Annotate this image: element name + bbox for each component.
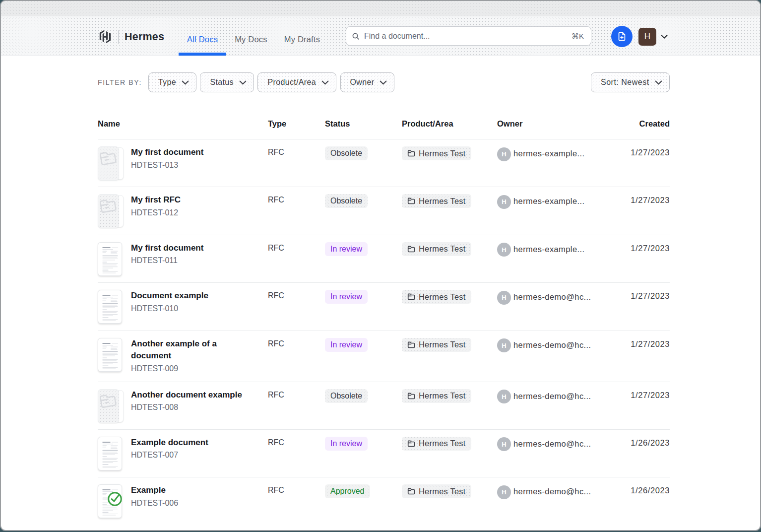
document-title[interactable]: My first RFC [131,194,181,206]
document-number: HDTEST-006 [131,498,178,508]
filter-label: Status [210,78,233,87]
document-type: RFC [268,148,284,156]
table-row[interactable]: My first document HDTEST-011 RFC In revi… [98,235,670,283]
tab-all-docs[interactable]: All Docs [179,16,226,56]
type-cell: RFC [268,389,325,401]
product-cell: Hermes Test [402,242,497,256]
document-title[interactable]: Example [131,484,178,497]
document-number: HDTEST-008 [131,402,242,412]
product-badge: Hermes Test [402,484,471,498]
table-header-row: NameTypeStatusProduct/AreaOwnerCreated [98,119,670,139]
file-plus-icon [617,31,627,42]
owner-avatar: H [497,195,511,209]
name-cell: My first RFC HDTEST-012 [98,194,268,229]
name-cell: Example document HDTEST-007 [98,437,268,471]
column-header-owner: Owner [497,119,610,129]
name-cell: My first document HDTEST-011 [98,242,268,277]
document-type: RFC [268,291,284,300]
table-row[interactable]: Document example HDTEST-010 RFC In revie… [98,283,670,331]
name-cell: Another document example HDTEST-008 [98,389,268,424]
product-name: Hermes Test [419,149,466,158]
owner-email: hermes-example... [513,147,584,160]
status-cell: In review [325,437,402,451]
owner-avatar: H [497,338,511,352]
window-titlebar [1,1,760,16]
document-title[interactable]: My first document [131,146,203,159]
column-header-created: Created [610,119,670,129]
type-cell: RFC [268,338,325,350]
type-cell: RFC [268,437,325,449]
status-badge: Approved [325,484,370,498]
search-box[interactable]: ⌘K [346,26,591,46]
search-shortcut: ⌘K [571,32,584,41]
folder-icon [407,440,415,448]
owner-cell: H hermes-example... [497,146,610,161]
product-cell: Hermes Test [402,290,497,304]
folder-icon [407,245,415,253]
doc-preview-thumbnail [98,338,122,372]
primary-nav: All DocsMy DocsMy Drafts [179,16,328,56]
table-row[interactable]: Example HDTEST-006 RFC Approved Hermes T… [98,477,670,525]
document-number: HDTEST-013 [131,160,203,170]
document-type: RFC [268,438,284,447]
chevron-down-icon [380,80,387,85]
filter-dropdown-type[interactable]: Type [148,72,196,92]
tab-my-docs[interactable]: My Docs [226,16,276,56]
owner-cell: H hermes-demo@hc... [497,484,610,499]
created-date: 1/26/2023 [631,438,670,447]
documents-table: NameTypeStatusProduct/AreaOwnerCreated M… [98,119,670,526]
filter-label: Owner [350,78,375,87]
app-window: Hermes All DocsMy DocsMy Drafts ⌘K H [0,0,761,531]
owner-avatar: H [497,147,511,161]
owner-cell: H hermes-example... [497,242,610,257]
status-cell: Approved [325,484,402,498]
product-name: Hermes Test [419,487,466,496]
owner-email: hermes-demo@hc... [513,390,591,402]
table-row[interactable]: Example document HDTEST-007 RFC In revie… [98,430,670,477]
filter-dropdown-status[interactable]: Status [200,72,254,92]
app-title: Hermes [125,31,164,43]
status-badge: In review [325,437,368,451]
status-cell: Obsolete [325,389,402,403]
owner-avatar: H [497,485,511,499]
table-row[interactable]: My first RFC HDTEST-012 RFC Obsolete Her… [98,187,670,235]
status-badge: In review [325,242,368,256]
sort-dropdown[interactable]: Sort: Newest [591,72,670,92]
document-thumbnail [98,146,124,181]
filter-dropdown-owner[interactable]: Owner [340,72,395,92]
document-title[interactable]: Another document example [131,389,242,401]
document-thumbnail [98,194,124,229]
owner-email: hermes-demo@hc... [513,339,591,351]
product-cell: Hermes Test [402,389,497,403]
document-thumbnail [98,484,124,519]
owner-email: hermes-demo@hc... [513,485,591,498]
search-input[interactable] [364,32,571,41]
chevron-down-icon [655,80,662,85]
doc-preview-thumbnail [98,290,122,324]
table-row[interactable]: Another document example HDTEST-008 RFC … [98,382,670,430]
document-title[interactable]: Another example of a document [131,338,255,362]
table-row[interactable]: Another example of a document HDTEST-009… [98,331,670,382]
document-type: RFC [268,391,284,399]
active-tab-underline [179,53,226,56]
table-row[interactable]: My first document HDTEST-013 RFC Obsolet… [98,139,670,187]
document-type: RFC [268,339,284,348]
tab-my-drafts[interactable]: My Drafts [276,16,328,56]
type-cell: RFC [268,146,325,159]
document-type: RFC [268,486,284,494]
filter-dropdown-product-area[interactable]: Product/Area [257,72,336,92]
document-title[interactable]: My first document [131,242,203,255]
chevron-down-icon [321,80,329,85]
doc-preview-thumbnail [98,242,122,276]
filter-by-label: FILTER BY: [98,78,142,86]
product-badge: Hermes Test [402,338,471,352]
status-badge: In review [325,338,368,352]
user-menu[interactable]: H [638,28,668,46]
document-title[interactable]: Example document [131,437,208,449]
new-document-button[interactable] [611,26,633,47]
product-cell: Hermes Test [402,338,497,352]
owner-cell: H hermes-demo@hc... [497,290,610,305]
document-title[interactable]: Document example [131,290,208,302]
brand: Hermes [98,16,164,56]
user-avatar[interactable]: H [638,28,656,46]
